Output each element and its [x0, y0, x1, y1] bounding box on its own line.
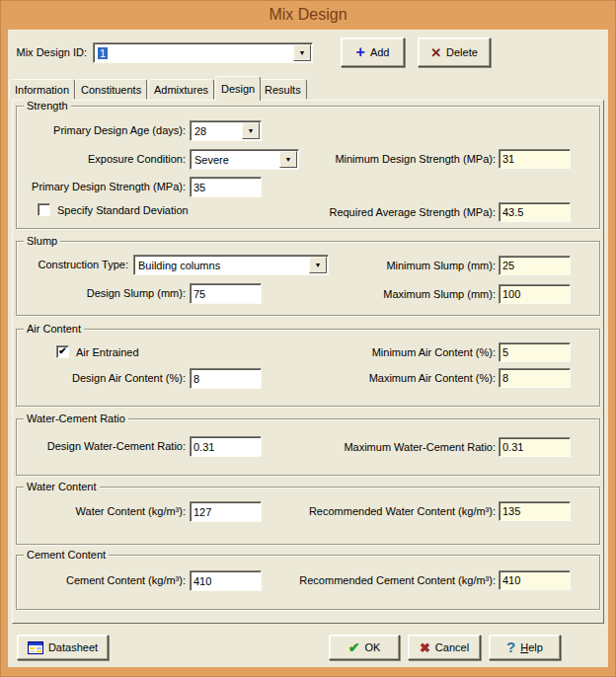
mix-design-id-combobox[interactable]: 1 ▼: [93, 42, 313, 63]
check-icon: ✔: [348, 640, 360, 654]
specify-standard-deviation-label: Specify Standard Deviation: [57, 204, 189, 217]
cement-content-field[interactable]: [190, 570, 262, 591]
add-button-label: Add: [370, 46, 390, 58]
tab-constituents[interactable]: Constituents: [75, 79, 147, 100]
recommended-cement-content-field: [499, 570, 571, 590]
tab-admixtures[interactable]: Admixtures: [148, 79, 214, 100]
exposure-condition-value: Severe: [194, 154, 229, 166]
group-slump-title: Slump: [24, 235, 60, 248]
group-strength-title: Strength: [24, 100, 71, 113]
window-title: Mix Design: [0, 0, 616, 30]
x-icon: ✖: [420, 641, 430, 654]
air-entrained-checkbox[interactable]: ✔: [56, 345, 69, 358]
datasheet-button[interactable]: Datasheet: [17, 635, 109, 660]
dropdown-arrow-icon[interactable]: ▼: [279, 151, 297, 168]
mix-design-id-selected-value: 1: [98, 47, 108, 59]
maximum-water-cement-ratio-field: [499, 437, 571, 457]
group-air-content-title: Air Content: [24, 323, 84, 336]
maximum-slump-field: [499, 284, 571, 304]
ok-button-label: OK: [364, 641, 380, 653]
checkmark-icon: ✔: [58, 345, 66, 356]
datasheet-icon: [28, 641, 43, 654]
ok-button[interactable]: ✔ OK: [329, 635, 400, 660]
exposure-condition-combobox[interactable]: Severe ▼: [190, 149, 299, 170]
add-button[interactable]: + Add: [341, 38, 405, 67]
group-cement-content-title: Cement Content: [24, 549, 109, 562]
group-slump: Slump: [16, 241, 600, 316]
tab-design[interactable]: Design: [215, 76, 261, 101]
x-icon: ✕: [430, 46, 441, 59]
design-water-cement-ratio-field[interactable]: [190, 436, 262, 457]
dropdown-arrow-icon[interactable]: ▼: [309, 257, 327, 273]
specify-standard-deviation-checkbox[interactable]: [38, 203, 50, 216]
plus-icon: +: [356, 45, 365, 59]
tab-information[interactable]: Information: [9, 79, 75, 100]
dropdown-arrow-icon[interactable]: ▼: [242, 122, 260, 139]
air-entrained-label: Air Entrained: [76, 346, 139, 359]
help-button[interactable]: ? Help: [489, 635, 561, 660]
recommended-water-content-field: [499, 501, 571, 521]
cancel-button-label: Cancel: [435, 641, 469, 653]
construction-type-combobox[interactable]: Building columns ▼: [133, 255, 329, 275]
minimum-air-content-field: [499, 342, 571, 362]
design-air-content-field[interactable]: [190, 368, 262, 389]
group-water-cement-ratio-title: Water-Cement Ratio: [24, 413, 128, 425]
delete-button[interactable]: ✕ Delete: [418, 38, 491, 67]
required-average-strength-field: [499, 202, 571, 222]
primary-design-age-combobox[interactable]: 28 ▼: [190, 120, 262, 141]
group-water-content-title: Water Content: [24, 481, 100, 493]
cancel-button[interactable]: ✖ Cancel: [408, 635, 481, 660]
datasheet-button-label: Datasheet: [48, 641, 98, 653]
question-mark-icon: ?: [506, 640, 515, 654]
minimum-design-strength-field: [499, 149, 571, 169]
water-content-field[interactable]: [190, 501, 262, 522]
minimum-slump-field: [499, 256, 571, 275]
delete-button-label: Delete: [446, 46, 478, 58]
mix-design-window: Mix Design Mix Design ID: 1 ▼ + Add ✕ De…: [0, 0, 616, 677]
help-button-label: Help: [520, 641, 543, 653]
design-slump-field[interactable]: [190, 283, 262, 304]
mix-design-id-label: Mix Design ID:: [10, 46, 87, 59]
primary-design-age-value: 28: [194, 125, 206, 137]
construction-type-value: Building columns: [138, 260, 220, 271]
tab-results[interactable]: Results: [259, 79, 307, 100]
maximum-air-content-field: [499, 368, 571, 388]
dropdown-arrow-icon[interactable]: ▼: [293, 44, 311, 61]
primary-design-strength-field[interactable]: [190, 177, 262, 197]
